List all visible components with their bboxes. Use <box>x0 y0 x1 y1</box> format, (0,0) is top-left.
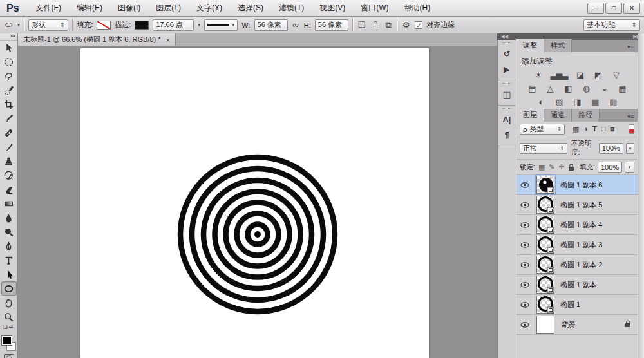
exposure-icon[interactable]: ◩ <box>592 70 604 80</box>
menu-item-I[interactable]: 图像(I) <box>110 0 148 16</box>
visibility-toggle[interactable] <box>516 195 533 214</box>
tab-close-icon[interactable]: × <box>166 36 170 44</box>
photo-filter-icon[interactable]: ◍ <box>580 84 592 93</box>
visibility-toggle[interactable] <box>516 235 533 254</box>
vibrance-icon[interactable]: ▽ <box>611 70 622 80</box>
crop-tool[interactable] <box>1 97 17 111</box>
menu-item-T[interactable]: 滤镜(T) <box>271 0 312 16</box>
close-button[interactable]: ✕ <box>623 3 640 14</box>
adjustments-tab-调整[interactable]: 调整 <box>516 39 544 52</box>
blur-tool[interactable] <box>1 211 17 225</box>
menu-item-W[interactable]: 窗口(W) <box>353 0 396 16</box>
tool-preset-caret-icon[interactable]: ▾ <box>17 22 20 28</box>
drag-handle[interactable] <box>502 108 511 109</box>
layer-thumbnail[interactable] <box>536 176 554 194</box>
eyedropper-tool[interactable] <box>1 111 17 126</box>
paragraph-panel-icon[interactable]: ¶ <box>500 127 514 142</box>
color-balance-icon[interactable]: △ <box>544 84 556 93</box>
link-dimensions-icon[interactable]: ∞ <box>292 20 300 30</box>
canvas[interactable] <box>80 48 429 358</box>
menu-item-H[interactable]: 帮助(H) <box>397 0 439 16</box>
zoom-tool[interactable] <box>1 310 17 324</box>
channel-mixer-icon[interactable]: ◒ <box>598 84 610 93</box>
layer-row[interactable]: 背景 <box>516 315 638 335</box>
menu-item-L[interactable]: 图层(L) <box>148 0 189 16</box>
marquee-tool[interactable] <box>1 55 17 69</box>
lock-image-icon[interactable]: ✎ <box>548 163 555 171</box>
invert-icon[interactable]: ◐ <box>535 97 547 107</box>
layer-thumbnail[interactable] <box>536 236 554 254</box>
opacity-input[interactable]: 100% <box>599 143 623 154</box>
dodge-tool[interactable] <box>1 225 17 239</box>
healing-brush-tool[interactable] <box>1 126 17 140</box>
lock-transparent-icon[interactable]: ▦ <box>538 163 545 171</box>
visibility-toggle[interactable] <box>516 315 533 334</box>
path-arrangement-icon[interactable]: ⧉ <box>384 20 392 30</box>
tool-mode-select[interactable]: 形状 ⇕ <box>28 19 68 31</box>
history-brush-tool[interactable] <box>1 168 17 182</box>
adjustments-panel-menu-icon[interactable]: ▾≡ <box>623 44 638 52</box>
lasso-tool[interactable] <box>1 69 17 83</box>
maximize-button[interactable]: □ <box>605 3 622 14</box>
minimize-button[interactable]: ─ <box>587 3 604 14</box>
gradient-tool[interactable] <box>1 196 17 211</box>
ellipse-tool[interactable] <box>1 281 17 296</box>
brightness-contrast-icon[interactable]: ☀ <box>533 70 544 80</box>
default-swap-colors-icon[interactable]: ❏⇄ <box>0 324 17 330</box>
layers-tab-图层[interactable]: 图层 <box>516 109 544 122</box>
menu-item-Y[interactable]: 文字(Y) <box>189 0 230 16</box>
pen-tool[interactable] <box>1 239 17 253</box>
actions-panel-icon[interactable]: ▶ <box>500 62 514 76</box>
threshold-icon[interactable]: ◨ <box>571 97 583 107</box>
layer-thumbnail[interactable] <box>536 316 554 334</box>
hue-saturation-icon[interactable]: ▤ <box>526 84 538 93</box>
path-operations-icon[interactable]: ❏ <box>357 20 367 30</box>
menu-item-V[interactable]: 视图(V) <box>312 0 353 16</box>
shape-width-input[interactable]: 56 像素 <box>254 19 288 31</box>
layer-thumbnail[interactable] <box>536 196 554 214</box>
path-alignment-icon[interactable]: ≞ <box>370 20 380 30</box>
foreground-color-swatch[interactable] <box>2 336 12 345</box>
layer-row[interactable]: 椭圆 1 副本 4 <box>516 215 638 235</box>
color-lookup-icon[interactable]: ▦ <box>616 84 628 93</box>
layer-row[interactable]: 椭圆 1 副本 <box>516 275 638 295</box>
stroke-style-select[interactable]: ▾ <box>204 19 238 31</box>
adjustments-tab-样式[interactable]: 样式 <box>544 39 572 52</box>
path-selection-tool[interactable] <box>1 267 17 281</box>
shape-height-input[interactable]: 56 像素 <box>315 19 348 31</box>
menu-item-E[interactable]: 编辑(E) <box>69 0 110 16</box>
move-tool[interactable] <box>1 41 17 55</box>
filter-toggle-switch[interactable] <box>629 124 634 134</box>
dock-collapse-icon[interactable]: ◀◀ <box>501 34 508 39</box>
blend-mode-select[interactable]: 正常 ⇕ <box>520 143 567 154</box>
visibility-toggle[interactable] <box>516 215 533 234</box>
toolbar-collapse-button[interactable]: ▸▸ <box>0 33 17 41</box>
filter-kind-select[interactable]: ρ 类型 ⇕ <box>520 124 565 135</box>
visibility-toggle[interactable] <box>516 255 533 274</box>
quick-mask-button[interactable] <box>4 354 14 358</box>
visibility-toggle[interactable] <box>516 295 533 314</box>
curves-icon[interactable]: ◪ <box>574 70 586 80</box>
window-edge-scrollbar[interactable] <box>638 33 644 358</box>
layers-tab-路径[interactable]: 路径 <box>572 109 600 122</box>
menu-item-S[interactable]: 选择(S) <box>230 0 271 16</box>
quick-selection-tool[interactable] <box>1 83 17 97</box>
layer-row[interactable]: 椭圆 1 副本 6 <box>516 175 638 195</box>
gradient-map-icon[interactable]: ▩ <box>589 97 601 107</box>
posterize-icon[interactable]: ▨ <box>553 97 565 107</box>
stroke-width-caret-icon[interactable]: ▾ <box>198 22 200 28</box>
opacity-caret-icon[interactable]: ▾ <box>626 143 634 154</box>
layer-thumbnail[interactable] <box>536 256 554 274</box>
filter-type-layers-icon[interactable]: T <box>591 125 598 133</box>
lock-all-icon[interactable] <box>568 164 574 171</box>
drag-handle[interactable] <box>502 42 511 44</box>
gear-icon[interactable]: ⚙ <box>401 20 412 30</box>
filter-pixel-layers-icon[interactable]: ▦ <box>571 125 580 133</box>
layer-row[interactable]: 椭圆 1 副本 5 <box>516 195 638 215</box>
fill-swatch[interactable] <box>97 21 111 30</box>
stroke-swatch[interactable] <box>135 21 149 30</box>
properties-panel-icon[interactable]: ◫ <box>500 87 514 101</box>
visibility-toggle[interactable] <box>516 275 533 294</box>
layer-row[interactable]: 椭圆 1 <box>516 295 638 315</box>
menu-item-F[interactable]: 文件(F) <box>28 0 69 16</box>
